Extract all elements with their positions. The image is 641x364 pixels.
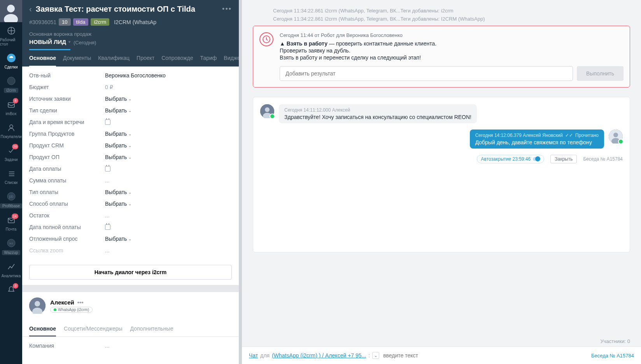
field-label: Источник заявки [29,96,105,102]
nav-tasks[interactable]: 20 Задачи [0,142,22,165]
tag[interactable]: tilda [73,18,89,26]
start-dialog-button[interactable]: Начать диалог через i2crm [29,265,232,280]
contact-more[interactable]: ••• [77,299,84,306]
msg-text: Добрый день, давайте свяжемся по телефон… [475,139,599,145]
tab-main[interactable]: Основное [29,50,56,66]
nav-i2crm[interactable]: i2crm [0,72,22,96]
chevron-down-icon: ⌄ [128,144,131,148]
msg-text: Здравствуйте! Хочу записаться на консуль… [284,114,471,120]
toggle-icon [533,157,540,161]
msg-meta: Сегодня 14:11:12.000 Алексей [284,107,471,113]
calendar-icon[interactable] [105,166,110,172]
status-selector[interactable]: НОВЫЙ ЛИД ▾ [29,38,70,50]
chat-message-in: Сегодня 14:11:12.000 Алексей Здравствуйт… [260,104,623,123]
nav-imbox[interactable]: 8 imBox [0,96,22,119]
contact-name[interactable]: Алексей [50,299,74,306]
product-op-select[interactable]: Выбрать⌄ [105,154,131,160]
tab-support[interactable]: Сопровожде [161,50,193,66]
task-card: Сегодня 11:44 от Робот для Вероника Бого… [253,26,630,88]
tag[interactable]: 10 [59,18,70,26]
svg-text:wz: wz [9,242,13,245]
svg-point-26 [613,133,618,137]
nav-desktop[interactable]: Рабочий стол [0,22,22,49]
subtab-social[interactable]: Соцсети/Мессенджеры [64,322,123,336]
chat-message-out: Сегодня 14:12:06.379 Алексей Яновский ✓✓… [260,130,623,149]
product-crm-select[interactable]: Выбрать⌄ [105,142,131,149]
field-label: Группа Продуктов [29,131,105,137]
participants-count[interactable]: Участники: 0 [242,336,641,346]
more-button[interactable]: ••• [222,5,232,13]
responsible-value[interactable]: Вероника Богословенко [105,72,232,79]
tab-docs[interactable]: Документы [63,50,91,66]
message-input[interactable] [382,351,589,360]
balance-value[interactable]: ... [105,212,232,219]
task-meta: Сегодня 11:44 от Робот для Вероника Бого… [280,32,623,38]
close-chat-button[interactable]: Закрыть [550,155,577,163]
autoclose-toggle[interactable]: Автозакрытие 23:59:46 [477,155,545,163]
contact-card: Алексей ••• WhatsApp (i2crm) [22,292,239,319]
whatsapp-chip[interactable]: WhatsApp (i2crm) [50,307,93,313]
nav-analytics[interactable]: Аналитика [0,258,22,281]
payment-type-select[interactable]: Выбрать⌄ [105,189,131,195]
whatsapp-icon [54,308,56,311]
field-label: Ссылка zoom [29,247,105,254]
tab-tariff[interactable]: Тариф [200,50,217,66]
chat-avatar[interactable] [609,130,623,144]
subtab-extra[interactable]: Дополнительные [130,322,173,336]
nav-lists[interactable]: Списки [0,165,22,188]
tab-widgets[interactable]: Виджеты [224,50,239,66]
product-group-select[interactable]: Выбрать⌄ [105,131,131,137]
contact-avatar[interactable] [29,298,46,314]
chevron-down-icon: ⌄ [128,155,131,159]
budget-value[interactable]: 0 ₽ [105,84,232,90]
company-value[interactable]: ... [105,343,232,349]
deal-tabs: Основное Документы Квалификац Проект Соп… [22,50,239,66]
read-status-icon: ✓✓ [565,133,573,138]
channel-selector[interactable]: (WhatsApp (i2crm) ) / Алексей +7 95... [272,352,366,359]
field-label: Компания [29,343,105,349]
conversation-link[interactable]: Беседа № A15784 [591,353,634,359]
payment-method-select[interactable]: Выбрать⌄ [105,201,131,207]
calendar-icon[interactable] [105,119,110,125]
badge: 1K [12,214,18,219]
task-result-input[interactable] [280,66,573,81]
task-execute-button[interactable]: Выполнить [577,66,623,81]
chevron-down-icon: ⌄ [128,237,131,241]
user-avatar[interactable] [0,0,22,22]
nav-buyers[interactable]: Покупатели [0,119,22,142]
nav-wazzup[interactable]: wz Wazzup [0,234,22,258]
deal-panel: ‹ Заявка Тест: расчет стоимости ОП с Til… [22,0,239,364]
svg-point-7 [7,77,15,85]
chevron-down-icon: ▾ [68,40,70,44]
nav-mail[interactable]: 1K Почта [0,212,22,234]
nav-notifications[interactable]: 3 [0,281,22,300]
svg-point-23 [265,107,270,112]
field-label: Дата и время встречи [29,119,105,125]
deal-title[interactable]: Заявка Тест: расчет стоимости ОП с Tilda [36,5,222,14]
chat-mode-link[interactable]: Чат [249,352,258,359]
tag[interactable]: i2crm [91,18,109,26]
status-date: (Сегодня) [74,40,96,49]
task-desc: Взять в работу и перенести сделку на сле… [280,54,623,61]
nav-deals[interactable]: Сделки [0,49,22,72]
chat-avatar[interactable] [260,104,274,118]
deal-type-select[interactable]: Выбрать⌄ [105,107,131,114]
nav-profitbase[interactable]: pb Profitbase [0,188,22,212]
back-button[interactable]: ‹ [29,5,32,14]
tab-project[interactable]: Проект [137,50,154,66]
zoom-link-value[interactable]: ... [105,247,232,254]
lead-source-select[interactable]: Выбрать⌄ [105,96,131,102]
subtab-main[interactable]: Основное [29,322,56,336]
calendar-icon[interactable] [105,224,110,230]
chevron-down-icon: ⌄ [128,97,131,101]
whatsapp-icon [618,139,623,144]
deferred-demand-select[interactable]: Выбрать⌄ [105,236,131,242]
expand-channel-button[interactable]: ⌄ [372,352,379,359]
task-desc: Проверить заявку на дубль. [280,47,623,54]
tab-qualification[interactable]: Квалификац [98,50,130,66]
chevron-down-icon: ⌄ [128,108,131,113]
payment-sum-value[interactable]: ... [105,177,232,184]
field-label: Бюджет [29,84,105,90]
svg-point-9 [10,125,13,128]
contact-subtabs: Основное Соцсети/Мессенджеры Дополнитель… [22,322,239,337]
